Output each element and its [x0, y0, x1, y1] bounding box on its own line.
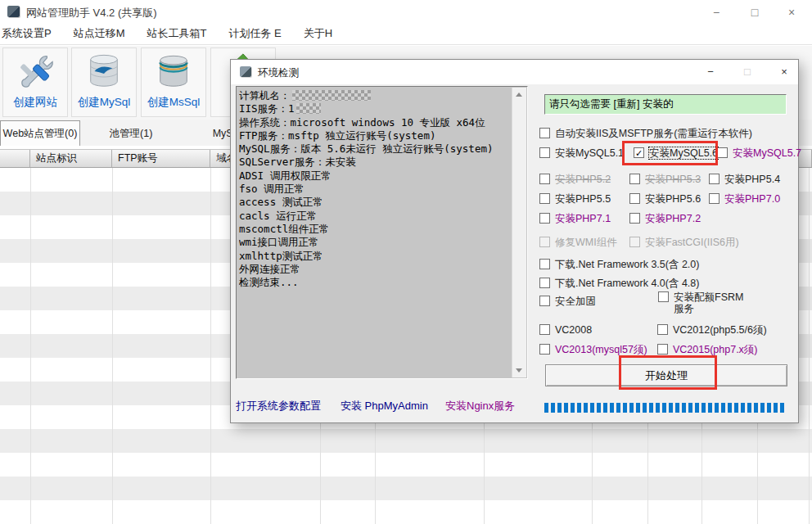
report-line: fso 调用正常 [239, 183, 511, 196]
report-line: mscomctl组件正常 [239, 223, 511, 236]
toolbar-button-label: 创建MySql [78, 95, 131, 110]
tools-icon [16, 51, 54, 93]
checkbox-icon[interactable] [539, 259, 550, 269]
tab-0[interactable]: Web站点管理(0) [0, 120, 80, 146]
checkbox-18[interactable]: VC2008 [539, 324, 592, 336]
checkbox-icon[interactable] [539, 147, 550, 158]
censored-blur [292, 90, 371, 101]
checkbox-13[interactable]: 安装FastCGI(IIS6用) [629, 237, 739, 248]
menu-item-1[interactable]: 站点迁移M [74, 26, 125, 41]
dialog-link-2[interactable]: 安装Nginx服务 [445, 399, 515, 413]
checkbox-9[interactable]: 安装PHP7.0 [709, 193, 780, 205]
checkbox-21[interactable]: VC2015(php7.x须) [657, 344, 758, 355]
checkbox-1[interactable]: 安装MySQL5.1 [539, 147, 624, 159]
checkbox-icon[interactable] [539, 174, 550, 184]
toolbar-button-2[interactable]: 创建MsSql [141, 47, 206, 117]
menu-item-3[interactable]: 计划任务 E [228, 26, 281, 41]
dialog-link-1[interactable]: 安装 PhpMyAdmin [341, 399, 428, 413]
menu-item-0[interactable]: 系统设置P [2, 26, 52, 41]
mysql-db-icon [85, 51, 123, 93]
checkbox-3[interactable]: 安装MySQL5.7 [717, 147, 801, 159]
checkbox-12[interactable]: 修复WMI组件 [539, 237, 617, 248]
toolbar-button-0[interactable]: 创建网站 [2, 47, 68, 117]
toolbar-button-1[interactable]: 创建MySql [71, 47, 137, 117]
checkbox-label: 安装PHP5.5 [555, 193, 611, 205]
checkbox-11[interactable]: 安装PHP7.2 [629, 213, 701, 224]
menubar: 系统设置P站点迁移M站长工具箱T计划任务 E关于H [0, 23, 812, 45]
dialog-close-button[interactable]: × [771, 62, 797, 82]
checkbox-14[interactable]: 下载.Net Framework 3.5(含 2.0) [539, 259, 699, 270]
report-line: wmi接口调用正常 [239, 236, 511, 249]
checkbox-4[interactable]: 安装PHP5.2 [539, 174, 611, 185]
window-minimize-button[interactable]: − [702, 3, 730, 21]
checkbox-8[interactable]: 安装PHP5.6 [629, 193, 701, 205]
checkbox-icon[interactable] [629, 174, 640, 184]
checkbox-label: 下载.Net Framework 4.0(含 4.8) [555, 278, 699, 289]
app-title: 网站管理助手 V4.2 (共享版) [26, 6, 157, 20]
checkbox-icon[interactable] [709, 193, 720, 204]
checkbox-label: 安装PHP7.2 [645, 213, 701, 224]
report-line: xmlhttp测试正常 [239, 250, 511, 263]
window-maximize-button[interactable]: □ [741, 3, 769, 21]
scroll-up-icon[interactable] [512, 88, 526, 102]
checkbox-16[interactable]: 安全加固 [539, 296, 596, 307]
checkbox-icon[interactable] [539, 237, 550, 247]
report-line: 检测结束... [239, 276, 511, 289]
checkbox-icon[interactable] [539, 213, 550, 224]
checkbox-icon[interactable] [539, 128, 550, 138]
checkbox-5[interactable]: 安装PHP5.3 [629, 174, 701, 185]
grid-line-0 [30, 168, 31, 524]
window-close-button[interactable]: × [778, 3, 805, 21]
env-report[interactable]: 计算机名：IIS服务：1操作系统：microsoft windows 10 专业… [236, 86, 528, 379]
checkbox-icon[interactable] [539, 324, 550, 335]
column-header-1[interactable]: 站点标识 [30, 150, 112, 167]
checkbox-label: 自动安装IIS及MSFTP服务(需重运行本软件) [555, 128, 752, 139]
checkbox-icon[interactable] [539, 344, 550, 355]
dialog-maximize-button: □ [734, 62, 760, 82]
checkbox-0[interactable]: 自动安装IIS及MSFTP服务(需重运行本软件) [539, 128, 752, 139]
checkbox-label: 安全加固 [555, 296, 596, 307]
checkbox-icon[interactable] [539, 296, 550, 306]
grid-line-2 [210, 168, 211, 524]
dialog-link-0[interactable]: 打开系统参数配置 [236, 399, 321, 413]
checkbox-7[interactable]: 安装PHP5.5 [539, 193, 611, 205]
dialog-minimize-button[interactable]: − [697, 62, 724, 82]
env-report-text: 计算机名：IIS服务：1操作系统：microsoft windows 10 专业… [239, 89, 511, 376]
column-header-0[interactable] [0, 150, 30, 167]
checkbox-icon[interactable] [539, 278, 550, 288]
checkbox-label: 安装PHP5.3 [645, 174, 701, 185]
checkbox-icon[interactable] [717, 147, 728, 158]
report-line: SQLServer服务：未安装 [239, 156, 511, 169]
checkbox-label: VC2012(php5.5/6须) [673, 324, 767, 336]
report-scrollbar[interactable] [512, 88, 526, 377]
checkbox-6[interactable]: 安装PHP5.4 [709, 174, 780, 185]
checkbox-icon[interactable] [657, 344, 668, 355]
checkbox-icon[interactable] [709, 174, 720, 184]
checkbox-17[interactable]: 安装配额FSRM服务 [658, 291, 749, 314]
scroll-down-icon[interactable] [512, 364, 526, 377]
checkbox-label: 安装MySQL5.7 [733, 147, 801, 159]
checkbox-15[interactable]: 下载.Net Framework 4.0(含 4.8) [539, 278, 699, 289]
menu-item-4[interactable]: 关于H [304, 26, 332, 41]
checkbox-20[interactable]: VC2013(mysql57须) [539, 344, 647, 355]
menu-item-2[interactable]: 站长工具箱T [147, 26, 207, 41]
checkbox-icon[interactable] [539, 193, 550, 204]
checkbox-label: 安装MySQL5.1 [555, 147, 624, 159]
checkbox-icon[interactable] [629, 237, 640, 247]
checkbox-icon[interactable] [657, 324, 668, 335]
tab-1[interactable]: 池管理(1) [85, 121, 177, 146]
checkbox-label: 安装PHP5.6 [645, 193, 701, 205]
checkbox-label: 安装配额FSRM服务 [674, 291, 749, 314]
checkbox-label: 安装FastCGI(IIS6用) [645, 237, 739, 248]
checkbox-10[interactable]: 安装PHP7.1 [539, 213, 611, 224]
report-line: MySQL服务：版本 5.6未运行 独立运行账号(system) [239, 142, 511, 156]
column-header-2[interactable]: FTP账号 [112, 150, 210, 167]
checkbox-icon[interactable] [658, 291, 669, 302]
checkbox-19[interactable]: VC2012(php5.5/6须) [657, 324, 767, 336]
checkbox-icon[interactable] [629, 213, 640, 224]
titlebar: 网站管理助手 V4.2 (共享版) − □ × [0, 0, 812, 23]
dialog-titlebar: 环境检测 − □ × [231, 60, 798, 84]
checkbox-icon[interactable] [629, 193, 640, 204]
toolbar-button-label: 创建网站 [13, 95, 57, 110]
report-line: 操作系统：microsoft windows 10 专业版 x64位 [239, 116, 511, 129]
